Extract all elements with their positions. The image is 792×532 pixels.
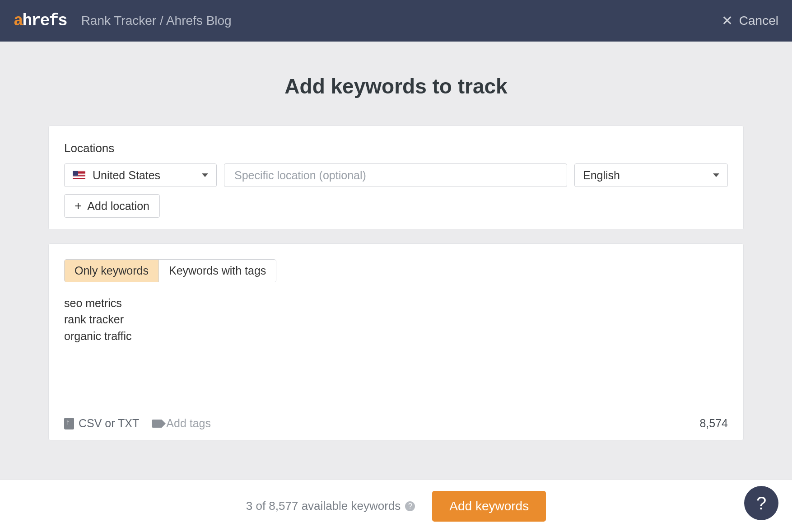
close-icon: ✕ <box>722 14 733 28</box>
available-text: 3 of 8,577 available keywords <box>246 499 401 513</box>
tab-only-keywords[interactable]: Only keywords <box>65 260 159 282</box>
add-location-button[interactable]: + Add location <box>64 194 160 218</box>
keywords-card: Only keywords Keywords with tags seo met… <box>48 243 744 440</box>
tab-keywords-with-tags[interactable]: Keywords with tags <box>159 260 276 282</box>
chevron-down-icon <box>713 173 719 177</box>
us-flag-icon <box>73 171 85 180</box>
logo[interactable]: ahrefs <box>14 12 67 30</box>
add-keywords-button[interactable]: Add keywords <box>432 491 546 522</box>
locations-card: Locations United States English + Add lo… <box>48 126 744 230</box>
locations-label: Locations <box>64 141 728 155</box>
language-select[interactable]: English <box>574 163 728 187</box>
keyword-line: seo metrics <box>64 295 728 311</box>
upload-icon <box>64 418 74 429</box>
country-value: United States <box>93 169 160 182</box>
bottom-left: CSV or TXT Add tags <box>64 417 211 430</box>
header-left: ahrefs Rank Tracker / Ahrefs Blog <box>14 12 232 30</box>
logo-a: a <box>14 12 23 30</box>
add-location-label: Add location <box>87 200 149 213</box>
cancel-label: Cancel <box>739 14 778 28</box>
breadcrumb[interactable]: Rank Tracker / Ahrefs Blog <box>81 14 232 28</box>
cancel-button[interactable]: ✕ Cancel <box>722 14 778 28</box>
tag-icon <box>152 420 162 428</box>
tabs: Only keywords Keywords with tags <box>64 259 276 282</box>
locations-row: United States English <box>64 163 728 187</box>
help-fab[interactable]: ? <box>744 486 778 520</box>
keywords-textarea[interactable]: seo metrics rank tracker organic traffic <box>64 295 728 363</box>
plus-icon: + <box>75 199 82 213</box>
info-icon[interactable]: ? <box>405 501 415 511</box>
available-keywords-text: 3 of 8,577 available keywords ? <box>246 499 415 513</box>
header-bar: ahrefs Rank Tracker / Ahrefs Blog ✕ Canc… <box>0 0 792 42</box>
page-title: Add keywords to track <box>0 74 792 98</box>
keyword-line: organic traffic <box>64 328 728 344</box>
remaining-count: 8,574 <box>699 417 728 430</box>
specific-location-input[interactable] <box>224 163 567 187</box>
country-select[interactable]: United States <box>64 163 217 187</box>
keyword-line: rank tracker <box>64 311 728 327</box>
csv-label: CSV or TXT <box>79 417 139 430</box>
logo-rest: hrefs <box>23 12 67 30</box>
language-value: English <box>583 169 620 182</box>
card-bottom-row: CSV or TXT Add tags 8,574 <box>64 417 728 430</box>
footer-bar: 3 of 8,577 available keywords ? Add keyw… <box>0 480 792 532</box>
chevron-down-icon <box>202 173 208 177</box>
add-tags-label: Add tags <box>166 417 211 430</box>
upload-csv-button[interactable]: CSV or TXT <box>64 417 139 430</box>
add-tags-button[interactable]: Add tags <box>152 417 211 430</box>
